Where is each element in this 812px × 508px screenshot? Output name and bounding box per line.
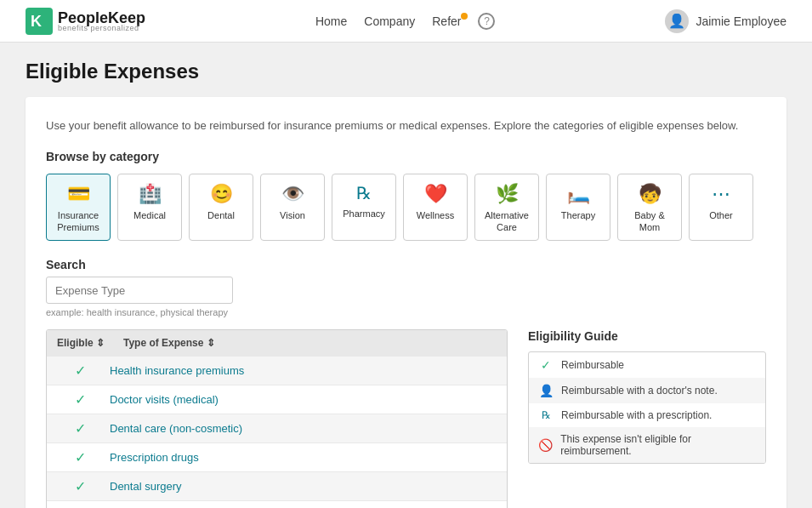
category-therapy[interactable]: 🛏️ Therapy xyxy=(546,174,610,242)
baby-mom-icon: 🧒 xyxy=(639,183,662,205)
table-row: ✓ Dental surgery xyxy=(47,471,507,500)
search-label: Search xyxy=(46,258,766,271)
category-dental-label: Dental xyxy=(207,209,235,221)
other-icon: ⋯ xyxy=(712,183,730,205)
guide-doctor-icon: 👤 xyxy=(537,384,554,397)
expenses-table: Eligible ⇕ Type of Expense ⇕ ✓ Health in… xyxy=(46,329,508,508)
expense-name-4[interactable]: Dental surgery xyxy=(110,480,497,493)
user-name: Jaimie Employee xyxy=(696,14,786,28)
therapy-icon: 🛏️ xyxy=(567,183,590,205)
guide-item-rx: ℞ Reimbursable with a prescription. xyxy=(529,403,765,427)
table-header: Eligible ⇕ Type of Expense ⇕ xyxy=(47,330,507,356)
expense-name-1[interactable]: Doctor visits (medical) xyxy=(110,393,497,406)
nav-company[interactable]: Company xyxy=(364,14,415,28)
avatar: 👤 xyxy=(665,9,689,33)
guide-no-icon: 🚫 xyxy=(537,438,554,452)
vision-icon: 👁️ xyxy=(281,183,304,205)
category-grid: 💳 Insurance Premiums 🏥 Medical 😊 Dental … xyxy=(46,174,766,242)
category-vision[interactable]: 👁️ Vision xyxy=(260,174,325,242)
guide-title: Eligibility Guide xyxy=(528,329,766,343)
guide-rx-icon: ℞ xyxy=(537,409,554,421)
category-insurance-premiums[interactable]: 💳 Insurance Premiums xyxy=(46,174,111,242)
eligibility-guide: Eligibility Guide ✓ Reimbursable 👤 Reimb… xyxy=(528,329,766,508)
category-pharmacy[interactable]: ℞ Pharmacy xyxy=(332,174,396,242)
category-insurance-label: Insurance Premiums xyxy=(54,209,103,234)
guide-table: ✓ Reimbursable 👤 Reimbursable with a doc… xyxy=(528,351,766,464)
table-row: ✓ Chiropractic care xyxy=(47,500,507,508)
eligible-icon-3: ✓ xyxy=(57,449,103,465)
category-dental[interactable]: 😊 Dental xyxy=(189,174,253,242)
header: K PeopleKeep benefits personalized Home … xyxy=(0,0,812,43)
wellness-icon: ❤️ xyxy=(424,183,447,205)
expense-name-2[interactable]: Dental care (non-cosmetic) xyxy=(110,422,497,435)
page-wrapper: Eligible Expenses Use your benefit allow… xyxy=(0,43,812,508)
main-nav: Home Company Refer ? xyxy=(315,13,496,30)
content-columns: Eligible ⇕ Type of Expense ⇕ ✓ Health in… xyxy=(46,329,766,508)
category-baby-mom[interactable]: 🧒 Baby & Mom xyxy=(617,174,682,242)
col-header-type[interactable]: Type of Expense ⇕ xyxy=(123,337,497,349)
table-row: ✓ Dental care (non-cosmetic) xyxy=(47,414,507,442)
eligible-icon-0: ✓ xyxy=(57,362,103,379)
category-other[interactable]: ⋯ Other xyxy=(689,174,753,242)
search-input[interactable] xyxy=(46,277,233,304)
guide-item-reimbursable: ✓ Reimbursable xyxy=(529,352,765,378)
nav-home[interactable]: Home xyxy=(315,14,347,28)
guide-label-0: Reimbursable xyxy=(561,359,624,371)
expense-name-0[interactable]: Health insurance premiums xyxy=(110,364,497,377)
category-other-label: Other xyxy=(709,209,733,221)
eligible-icon-4: ✓ xyxy=(57,478,103,494)
alt-care-icon: 🌿 xyxy=(496,183,519,205)
guide-label-3: This expense isn't eligible for reimburs… xyxy=(560,433,757,457)
table-row: ✓ Prescription drugs xyxy=(47,442,507,471)
nav-refer[interactable]: Refer xyxy=(432,14,461,28)
guide-check-icon: ✓ xyxy=(537,358,554,372)
expense-name-3[interactable]: Prescription drugs xyxy=(110,451,497,464)
category-pharmacy-label: Pharmacy xyxy=(343,208,385,220)
search-hint: example: health insurance, physical ther… xyxy=(46,307,766,317)
table-wrapper: Eligible ⇕ Type of Expense ⇕ ✓ Health in… xyxy=(46,329,508,508)
category-alt-care[interactable]: 🌿 Alternative Care xyxy=(474,174,539,242)
eligible-icon-1: ✓ xyxy=(57,391,103,408)
nav-refer-wrapper: Refer xyxy=(432,14,461,28)
logo: K PeopleKeep benefits personalized xyxy=(26,8,145,35)
description: Use your benefit allowance to be reimbur… xyxy=(46,117,766,134)
help-icon[interactable]: ? xyxy=(478,13,495,30)
dental-icon: 😊 xyxy=(210,183,233,205)
insurance-icon: 💳 xyxy=(67,183,90,205)
main-card: Use your benefit allowance to be reimbur… xyxy=(26,97,786,508)
col-header-eligible[interactable]: Eligible ⇕ xyxy=(57,337,116,349)
browse-label: Browse by category xyxy=(46,150,766,163)
guide-label-2: Reimbursable with a prescription. xyxy=(561,409,712,421)
category-medical-label: Medical xyxy=(133,209,166,221)
logo-subtitle: benefits personalized xyxy=(58,24,145,32)
svg-text:K: K xyxy=(31,13,42,30)
guide-label-1: Reimbursable with a doctor's note. xyxy=(561,385,718,397)
category-baby-mom-label: Baby & Mom xyxy=(625,209,674,234)
category-therapy-label: Therapy xyxy=(561,209,595,221)
category-alt-care-label: Alternative Care xyxy=(482,209,531,234)
table-row: ✓ Health insurance premiums xyxy=(47,356,507,385)
category-medical[interactable]: 🏥 Medical xyxy=(117,174,182,242)
page-title: Eligible Expenses xyxy=(26,60,786,83)
category-wellness-label: Wellness xyxy=(417,209,454,221)
medical-icon: 🏥 xyxy=(139,183,162,205)
pharmacy-icon: ℞ xyxy=(356,183,372,203)
eligible-icon-2: ✓ xyxy=(57,420,103,437)
guide-item-ineligible: 🚫 This expense isn't eligible for reimbu… xyxy=(529,427,765,463)
table-row: ✓ Doctor visits (medical) xyxy=(47,385,507,414)
category-vision-label: Vision xyxy=(280,209,305,221)
category-wellness[interactable]: ❤️ Wellness xyxy=(403,174,468,242)
logo-icon: K xyxy=(26,8,53,35)
refer-notification-dot xyxy=(461,13,468,20)
guide-item-doctor: 👤 Reimbursable with a doctor's note. xyxy=(529,378,765,403)
search-section: Search example: health insurance, physic… xyxy=(46,258,766,317)
user-section: 👤 Jaimie Employee xyxy=(665,9,786,33)
